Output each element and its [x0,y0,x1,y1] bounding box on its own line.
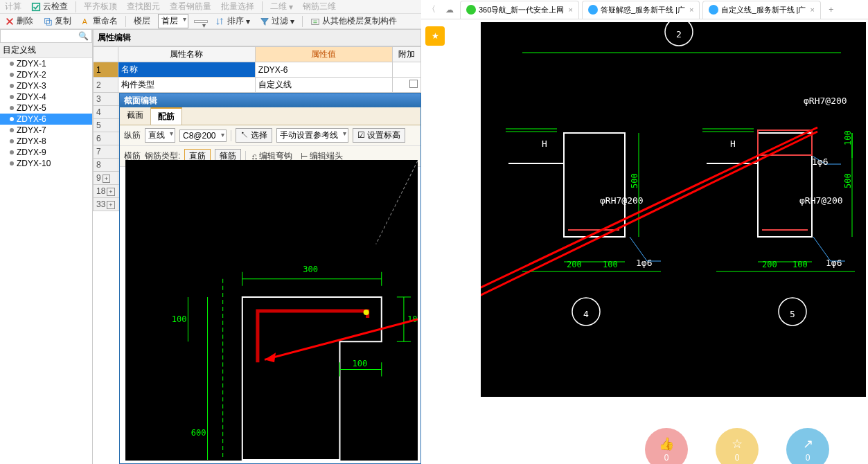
new-tab[interactable]: + [824,2,839,17]
tree-item[interactable]: ZDYX-1 [0,58,92,69]
svg-text:100: 100 [843,130,853,145]
tab-rebar[interactable]: 配筋 [151,107,182,125]
svg-text:5: 5 [790,309,795,319]
tree-search[interactable]: 🔍 [0,29,92,43]
unlock-button[interactable]: 平齐板顶 [82,1,119,12]
tree-header: 目定义线 [0,43,92,58]
share-button[interactable]: ↗0 [786,428,829,464]
tree-item[interactable]: ZDYX-6 [0,114,92,125]
nav-cloud[interactable]: ☁ [442,2,457,17]
svg-text:1φ6: 1φ6 [812,157,828,167]
svg-rect-2 [46,20,51,25]
svg-text:1φ6: 1φ6 [636,258,652,268]
dialog-title: 截面编辑 [120,93,420,107]
close-icon[interactable]: × [689,6,693,14]
action-circles: 👍0 ☆0 ↗0 [645,428,829,464]
filter-button[interactable]: 过滤 ▾ [258,15,296,27]
svg-rect-4 [312,19,319,24]
svg-text:φRH7@200: φRH7@200 [799,195,843,206]
svg-line-19 [265,319,418,359]
rebar3d-button[interactable]: 钢筋三维 [301,1,338,12]
copy-button[interactable]: 复制 [41,15,73,27]
svg-text:φRH7@200: φRH7@200 [804,96,847,106]
browser-tab-3[interactable]: 自定义线_服务新干线 |广× [702,1,820,19]
dim-100c: 100 [353,359,368,368]
tree-item[interactable]: ZDYX-10 [0,158,92,169]
svg-line-5 [376,161,418,244]
svg-rect-1 [45,18,50,23]
select-button[interactable]: ↖ 选择 [236,128,272,143]
dim-600: 600 [191,428,206,438]
svg-text:100: 100 [792,260,808,269]
svg-text:500: 500 [843,173,853,188]
vbar-spec-select[interactable]: C8@200 [179,130,227,142]
tree-item[interactable]: ZDYX-4 [0,91,92,102]
svg-text:A: A [82,17,87,25]
delete-button[interactable]: 删除 [3,15,35,27]
dialog-tabs: 截面 配筋 [120,107,420,125]
refline-select[interactable]: 手动设置参考线 [276,128,348,143]
floor-label: 楼层 [132,15,152,27]
svg-text:100: 100 [603,260,618,269]
search-icon: 🔍 [78,31,89,41]
floor-select[interactable]: 首层 [158,14,188,28]
tree-item[interactable]: ZDYX-2 [0,69,92,80]
tree-item[interactable]: ZDYX-3 [0,80,92,91]
star-icon: ☆ [732,436,743,452]
svg-text:200: 200 [762,260,777,269]
like-button[interactable]: 👍0 [645,428,688,464]
cad-viewport[interactable]: 2 4 5 φRH7@200 H 1φ6 φRH7@200 [481,22,866,397]
section-editor-dialog: 截面编辑 截面 配筋 纵筋 直线 C8@200 ↖ 选择 手动设置参考线 ☑ 设… [119,93,421,464]
tab-section[interactable]: 截面 [120,107,151,125]
svg-marker-20 [265,353,276,362]
col-value: 属性值 [255,47,392,62]
floor-subselect[interactable] [194,20,208,23]
browser-tab-2[interactable]: 答疑解惑_服务新干线 |广× [582,1,700,19]
toolbar-row-2: 删除 复制 A重命名 楼层 首层 排序 ▾ 过滤 ▾ 从其他楼层复制构件 [0,14,421,29]
batchsel-button[interactable]: 批量选择 [219,1,256,12]
thumbs-up-icon: 👍 [659,436,674,452]
findimg-button[interactable]: 查找图元 [125,1,162,12]
sort-button[interactable]: 排序 ▾ [213,15,252,27]
viewrebar-button[interactable]: 查看钢筋量 [168,1,213,12]
nav-back[interactable]: 〈 [424,2,439,17]
toolbar-row-1: 计算 云检查 平齐板顶 查找图元 查看钢筋量 批量选择 二维 ▾ 钢筋三维 [0,0,421,14]
property-row[interactable]: 2构件类型自定义线 [94,78,421,93]
tree-item[interactable]: ZDYX-7 [0,125,92,136]
col-add: 附加 [393,47,421,62]
close-icon[interactable]: × [568,6,572,14]
svg-text:4: 4 [583,309,589,319]
dialog-toolbar-1: 纵筋 直线 C8@200 ↖ 选择 手动设置参考线 ☑ 设置标高 [120,125,420,146]
section-canvas[interactable]: 300 100 100 100 600 [125,160,418,461]
property-title: 属性编辑 [93,29,421,46]
tree-item[interactable]: ZDYX-8 [0,136,92,147]
favorite-button[interactable]: ☆0 [716,428,759,464]
view3d-button[interactable]: 二维 ▾ [268,1,295,12]
svg-text:200: 200 [567,260,582,269]
copyfrom-button[interactable]: 从其他楼层复制构件 [308,15,399,27]
browser-tab-1[interactable]: 360导航_新一代安全上网× [460,1,579,19]
rename-button[interactable]: A重命名 [79,15,120,27]
vbar-label: 纵筋 [124,130,141,141]
svg-text:φRH7@200: φRH7@200 [600,195,644,206]
close-icon[interactable]: × [810,6,814,14]
svg-rect-0 [33,3,40,10]
vbar-type-select[interactable]: 直线 [145,128,175,143]
cloudcheck-button[interactable]: 云检查 [29,1,70,12]
svg-line-58 [481,132,817,324]
svg-text:1φ6: 1φ6 [826,258,842,268]
favorite-star[interactable]: ★ [425,26,445,46]
calc-button[interactable]: 计算 [3,1,24,12]
col-name: 属性名称 [118,47,255,62]
setelev-button[interactable]: ☑ 设置标高 [353,128,405,143]
svg-text:2: 2 [676,29,682,39]
svg-text:500: 500 [630,173,639,188]
tree-item[interactable]: ZDYX-9 [0,147,92,158]
detail-4: H 1φ6 φRH7@200 500 200 100 [506,129,661,271]
right-panel: 〈 ☁ 360导航_新一代安全上网× 答疑解惑_服务新干线 |广× 自定义线_服… [421,0,868,464]
tree-item[interactable]: ZDYX-5 [0,102,92,114]
svg-text:H: H [730,139,736,149]
property-row[interactable]: 1名称ZDYX-6 [94,62,421,78]
dim-300: 300 [303,265,318,274]
tree-panel: 🔍 目定义线 ZDYX-1ZDYX-2ZDYX-3ZDYX-4ZDYX-5ZDY… [0,29,93,464]
